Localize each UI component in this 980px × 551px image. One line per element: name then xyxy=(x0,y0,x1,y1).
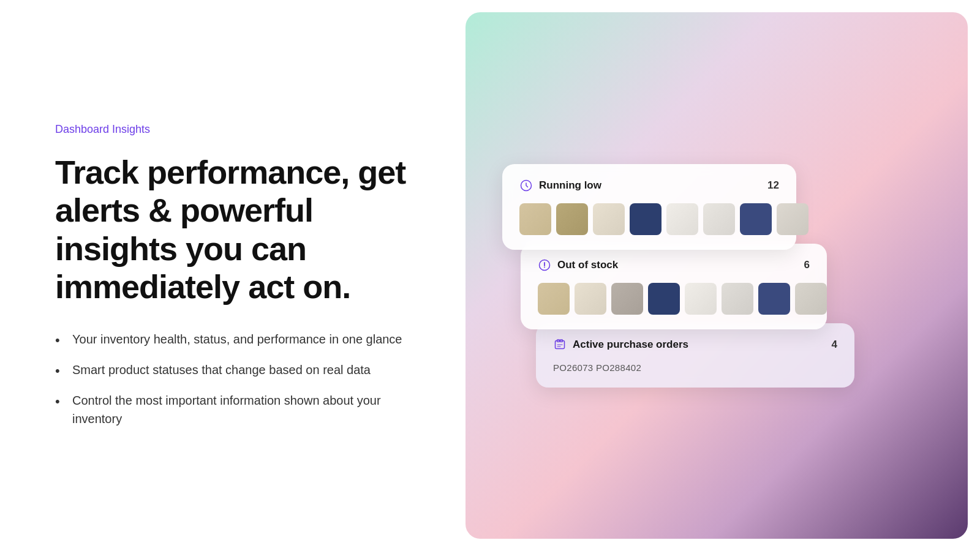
thumbnail-item xyxy=(648,283,680,315)
thumbnail-item xyxy=(538,283,570,315)
thumbnail-item xyxy=(685,283,717,315)
thumbnail-item xyxy=(666,203,698,235)
right-panel: Running low 12 xyxy=(466,12,968,539)
running-low-title-row: Running low xyxy=(519,179,601,192)
bullet-list: Your inventory health, status, and perfo… xyxy=(55,330,410,428)
thumbnail-item xyxy=(777,203,809,235)
thumbnail-item xyxy=(740,203,772,235)
po-numbers: PO26073 PO288402 xyxy=(553,362,837,373)
thumbnail-item xyxy=(611,283,643,315)
headline: Track performance, get alerts & powerful… xyxy=(55,153,410,305)
running-low-icon xyxy=(519,179,533,192)
thumbnail-item xyxy=(795,283,827,315)
thumbnail-item xyxy=(575,283,606,315)
purchase-orders-header: Active purchase orders 4 xyxy=(553,338,837,351)
bullet-item-2: Smart product statuses that change based… xyxy=(55,361,410,379)
svg-point-3 xyxy=(544,266,545,268)
thumbnail-item xyxy=(703,203,735,235)
thumbnail-item xyxy=(556,203,588,235)
out-of-stock-title-row: Out of stock xyxy=(538,258,618,272)
bullet-item-1: Your inventory health, status, and perfo… xyxy=(55,330,410,348)
running-low-thumbnails xyxy=(519,203,779,235)
thumbnail-item xyxy=(630,203,662,235)
out-of-stock-header: Out of stock 6 xyxy=(538,258,810,272)
bullet-item-3: Control the most important information s… xyxy=(55,391,410,428)
thumbnail-item xyxy=(593,203,625,235)
running-low-header: Running low 12 xyxy=(519,179,779,192)
running-low-count: 12 xyxy=(767,179,779,192)
purchase-orders-icon xyxy=(553,338,567,351)
left-panel: Dashboard Insights Track performance, ge… xyxy=(0,0,466,551)
cards-container: Running low 12 xyxy=(466,12,968,539)
running-low-card: Running low 12 xyxy=(502,164,796,250)
thumbnail-item xyxy=(758,283,790,315)
section-label: Dashboard Insights xyxy=(55,123,410,136)
purchase-orders-title: Active purchase orders xyxy=(573,339,688,351)
purchase-orders-card: Active purchase orders 4 PO26073 PO28840… xyxy=(536,323,854,388)
out-of-stock-card: Out of stock 6 xyxy=(521,244,827,329)
out-of-stock-thumbnails xyxy=(538,283,810,315)
thumbnail-item xyxy=(519,203,551,235)
running-low-title: Running low xyxy=(539,179,601,192)
thumbnail-item xyxy=(722,283,753,315)
out-of-stock-count: 6 xyxy=(804,259,810,271)
purchase-orders-title-row: Active purchase orders xyxy=(553,338,688,351)
purchase-orders-count: 4 xyxy=(832,339,837,351)
out-of-stock-icon xyxy=(538,258,551,272)
out-of-stock-title: Out of stock xyxy=(557,259,618,271)
